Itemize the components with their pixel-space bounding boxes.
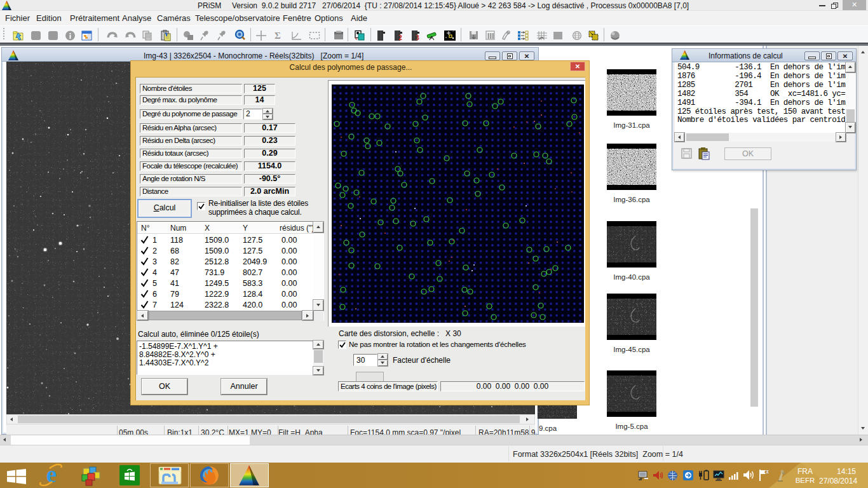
svg-text:3: 3 bbox=[416, 33, 419, 42]
svg-text:Σ: Σ bbox=[275, 30, 281, 41]
svg-text:2: 2 bbox=[398, 33, 402, 42]
